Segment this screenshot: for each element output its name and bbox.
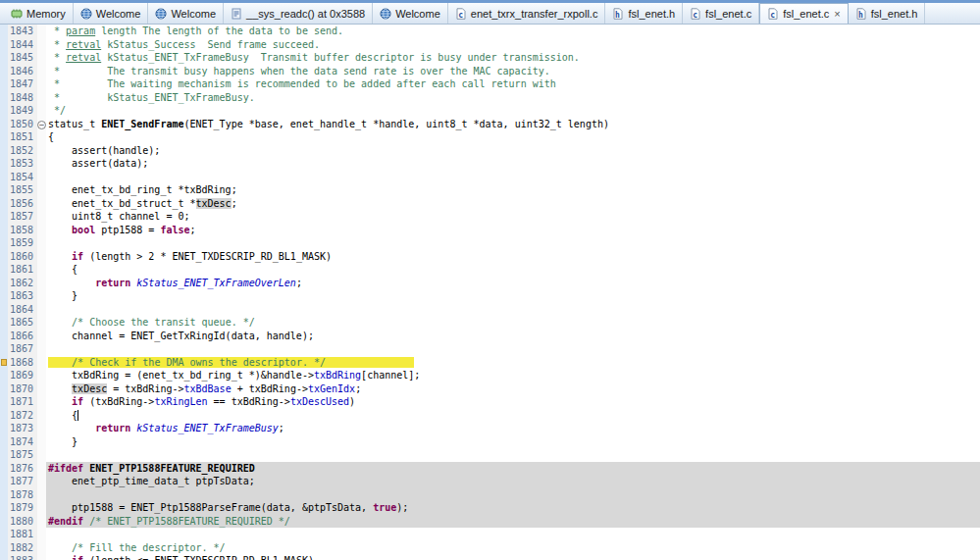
code-line[interactable]: /* Choose the transit queue. */ <box>46 316 980 330</box>
line-number[interactable]: 1866 <box>8 330 37 343</box>
tab-fsl-enet-c[interactable]: cfsl_enet.c <box>683 3 759 24</box>
code-line[interactable]: return kStatus_ENET_TxFrameBusy; <box>46 422 980 435</box>
code-line[interactable]: enet_tx_bd_struct_t *txDesc; <box>46 197 980 211</box>
collapse-icon[interactable]: − <box>37 121 46 129</box>
code-line[interactable]: */ <box>46 104 980 118</box>
line-number[interactable]: 1857 <box>8 210 37 224</box>
code-line[interactable]: return kStatus_ENET_TxFrameOverLen; <box>46 277 980 290</box>
line-number[interactable]: 1869 <box>8 369 37 382</box>
code-line[interactable]: if (length <= ENET_TXDESCRIP_RD_BL1_MASK… <box>46 554 980 560</box>
code-line[interactable]: txBdRing = (enet_tx_bd_ring_t *)&handle-… <box>46 369 980 382</box>
line-number[interactable]: 1867 <box>8 342 37 356</box>
code-line[interactable]: * The transmit busy happens when the dat… <box>46 65 980 78</box>
line-number[interactable]: 1865 <box>8 316 37 330</box>
line-number[interactable]: 1862 <box>8 277 37 290</box>
line-number[interactable]: 1871 <box>8 395 37 409</box>
line-number[interactable]: 1848 <box>8 91 37 105</box>
code-line[interactable]: { <box>46 130 980 144</box>
code-token <box>48 383 72 394</box>
line-number[interactable]: 1850 <box>8 118 37 131</box>
line-number[interactable]: 1873 <box>8 422 37 435</box>
line-number[interactable]: 1849 <box>8 104 37 118</box>
code-line[interactable]: channel = ENET_GetTxRingId(data, handle)… <box>46 330 980 343</box>
code-line[interactable] <box>46 342 980 356</box>
code-line[interactable] <box>46 171 980 184</box>
code-line[interactable]: assert(handle); <box>46 144 980 158</box>
tab-welcome[interactable]: Welcome <box>74 3 149 24</box>
code-line[interactable]: { <box>46 409 980 423</box>
line-number[interactable]: 1854 <box>8 171 37 184</box>
code-line[interactable]: } <box>46 289 980 303</box>
line-number[interactable]: 1883 <box>8 554 37 560</box>
code-line[interactable]: * param length The length of the data to… <box>46 25 980 38</box>
line-number[interactable]: 1855 <box>8 183 37 197</box>
code-line[interactable]: uint8_t channel = 0; <box>46 210 980 224</box>
line-number[interactable]: 1858 <box>8 224 37 237</box>
line-number[interactable]: 1860 <box>8 250 37 264</box>
code-line[interactable]: ptp1588 = ENET_Ptp1588ParseFrame(data, &… <box>46 501 980 515</box>
line-number[interactable]: 1846 <box>8 65 37 78</box>
line-number[interactable]: 1852 <box>8 144 37 158</box>
code-line[interactable]: } <box>46 435 980 449</box>
tab-memory[interactable]: Memory <box>4 3 74 24</box>
line-number[interactable]: 1864 <box>8 303 37 317</box>
code-line[interactable]: enet_tx_bd_ring_t *txBdRing; <box>46 183 980 197</box>
tab-welcome[interactable]: Welcome <box>373 3 448 24</box>
line-number[interactable]: 1868 <box>8 356 37 370</box>
annotation-ruler-cell <box>0 130 8 144</box>
code-line[interactable]: { <box>46 263 980 277</box>
code-line[interactable]: if (length > 2 * ENET_TXDESCRIP_RD_BL1_M… <box>46 250 980 264</box>
tab-enet-txrx-transfer-rxpoll-c[interactable]: cenet_txrx_transfer_rxpoll.c <box>448 3 606 24</box>
code-line[interactable]: * retval kStatus_ENET_TxFrameBusy Transm… <box>46 51 980 65</box>
tab-fsl-enet-h[interactable]: hfsl_enet.h <box>605 3 683 24</box>
tab-welcome[interactable]: Welcome <box>148 3 224 24</box>
line-number[interactable]: 1880 <box>8 515 37 529</box>
fold-ruler-cell <box>37 38 46 52</box>
line-number[interactable]: 1872 <box>8 409 37 423</box>
code-line[interactable]: * The waiting mechanism is recommended t… <box>46 77 980 91</box>
code-line[interactable]: #ifdef ENET_PTP1588FEATURE_REQUIRED <box>46 462 980 476</box>
close-icon[interactable]: × <box>834 9 840 20</box>
line-number[interactable]: 1845 <box>8 51 37 65</box>
code-line[interactable]: enet_ptp_time_data_t ptpTsData; <box>46 475 980 488</box>
code-token: * The waiting mechanism is recommended t… <box>48 78 556 89</box>
line-number[interactable]: 1879 <box>8 501 37 515</box>
code-line[interactable]: * retval kStatus_Success Send frame succ… <box>46 38 980 52</box>
tab-sys-readc-at-0x3588[interactable]: __sys_readc() at 0x3588 <box>224 3 373 24</box>
line-number[interactable]: 1878 <box>8 488 37 502</box>
code-line[interactable]: * kStatus_ENET_TxFrameBusy. <box>46 91 980 105</box>
line-number[interactable]: 1861 <box>8 263 37 277</box>
line-number[interactable]: 1875 <box>8 448 37 462</box>
line-number[interactable]: 1882 <box>8 541 37 555</box>
line-number[interactable]: 1851 <box>8 130 37 144</box>
code-line[interactable] <box>46 528 980 541</box>
fold-ruler-cell <box>37 210 46 224</box>
line-number[interactable]: 1844 <box>8 38 37 52</box>
c-file-icon: c <box>767 8 779 20</box>
code-line[interactable]: /* Fill the descriptor. */ <box>46 541 980 555</box>
line-number[interactable]: 1863 <box>8 289 37 303</box>
code-line[interactable]: assert(data); <box>46 157 980 171</box>
line-number[interactable]: 1874 <box>8 435 37 449</box>
code-line[interactable]: status_t ENET_SendFrame(ENET_Type *base,… <box>46 118 980 131</box>
code-line[interactable]: if (txBdRing->txRingLen == txBdRing->txD… <box>46 395 980 409</box>
line-number[interactable]: 1843 <box>8 25 37 38</box>
line-number[interactable]: 1853 <box>8 157 37 171</box>
line-number[interactable]: 1877 <box>8 475 37 488</box>
line-number[interactable]: 1876 <box>8 462 37 476</box>
line-number[interactable]: 1870 <box>8 382 37 396</box>
code-line[interactable]: txDesc = txBdRing->txBdBase + txBdRing->… <box>46 382 980 396</box>
code-line[interactable] <box>46 448 980 462</box>
tab-fsl-enet-c[interactable]: cfsl_enet.c× <box>759 3 849 24</box>
code-line[interactable] <box>46 303 980 317</box>
line-number[interactable]: 1847 <box>8 77 37 91</box>
code-line[interactable] <box>46 488 980 502</box>
line-number[interactable]: 1856 <box>8 197 37 211</box>
line-number[interactable]: 1881 <box>8 528 37 541</box>
tab-fsl-enet-h[interactable]: hfsl_enet.h <box>849 3 926 24</box>
code-line[interactable] <box>46 236 980 250</box>
code-line[interactable]: /* Check if the DMA owns the descriptor.… <box>46 356 980 370</box>
line-number[interactable]: 1859 <box>8 236 37 250</box>
code-line[interactable]: #endif /* ENET_PTP1588FEATURE_REQUIRED *… <box>46 515 980 529</box>
code-line[interactable]: bool ptp1588 = false; <box>46 224 980 237</box>
